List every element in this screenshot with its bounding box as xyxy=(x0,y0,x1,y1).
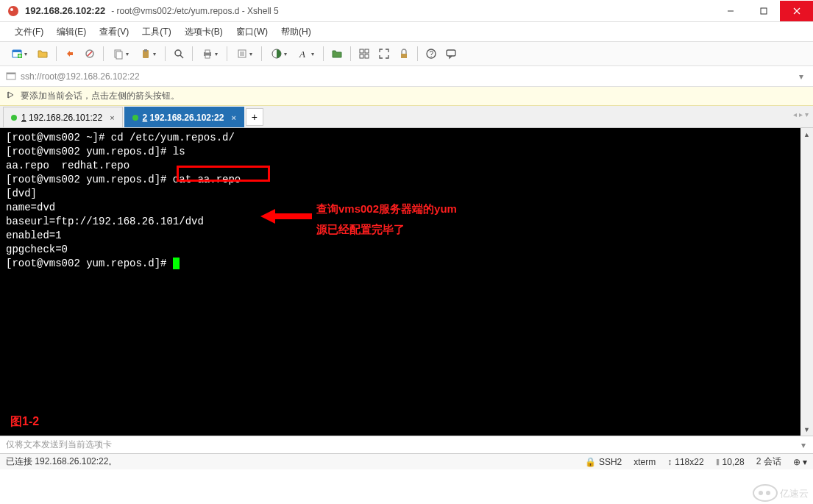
session-tab-2[interactable]: 2 192.168.26.102:22 × xyxy=(124,107,244,127)
terminal-line: gpgcheck=0 xyxy=(6,243,807,257)
terminal-line: [root@vms002 yum.repos.d]# cat aa.repo xyxy=(6,173,807,187)
session-icon xyxy=(6,71,16,82)
terminal[interactable]: [root@vms002 ~]# cd /etc/yum.repos.d/ [r… xyxy=(0,128,813,436)
svg-rect-31 xyxy=(365,54,369,58)
reconnect-button[interactable] xyxy=(60,44,79,63)
tab-close-icon[interactable]: × xyxy=(110,113,114,122)
hint-arrow-icon[interactable] xyxy=(6,90,16,102)
svg-rect-3 xyxy=(761,8,767,14)
open-session-button[interactable] xyxy=(33,44,52,63)
send-target-dropdown[interactable]: ▾ xyxy=(801,440,806,450)
send-target-bar[interactable]: 仅将文本发送到当前选项卡 ▾ xyxy=(0,436,813,453)
status-dot-icon xyxy=(11,115,17,121)
status-ssh: 🔒SSH2 xyxy=(585,457,622,467)
svg-point-41 xyxy=(759,491,763,495)
feedback-button[interactable] xyxy=(441,44,461,63)
svg-line-18 xyxy=(180,55,183,58)
hint-bar: 要添加当前会话，点击左侧的箭头按钮。 xyxy=(0,87,813,106)
xftp-button[interactable] xyxy=(327,44,347,63)
status-sessions: 2 会话 xyxy=(756,455,781,468)
menu-view[interactable]: 查看(V) xyxy=(93,23,135,41)
status-bar: 已连接 192.168.26.102:22。 🔒SSH2 xterm ↕ 118… xyxy=(0,453,813,469)
terminal-line: [root@vms002 yum.repos.d]# ls xyxy=(6,145,807,159)
tab-scroll-arrows[interactable]: ◂ ▸ ▾ xyxy=(793,110,809,118)
svg-rect-28 xyxy=(360,49,363,53)
toolbar: ▾ ▾ ▾ ▾ ▾ ▾ A▾ ? xyxy=(0,41,813,66)
svg-rect-20 xyxy=(205,50,210,53)
app-icon xyxy=(7,5,19,17)
tile-button[interactable] xyxy=(355,44,374,63)
svg-text:?: ? xyxy=(430,50,434,58)
terminal-line: enabled=1 xyxy=(6,229,807,243)
svg-rect-37 xyxy=(7,73,15,74)
terminal-line: aa.repo redhat.repo xyxy=(6,159,807,173)
close-button[interactable] xyxy=(780,1,813,21)
lock-button[interactable] xyxy=(394,44,413,63)
window-controls xyxy=(714,1,813,21)
menu-tab[interactable]: 选项卡(B) xyxy=(179,23,229,41)
fullscreen-button[interactable] xyxy=(374,44,394,63)
menu-tools[interactable]: 工具(T) xyxy=(136,23,177,41)
minimize-button[interactable] xyxy=(714,1,747,21)
svg-rect-7 xyxy=(13,50,21,52)
title-bar: 192.168.26.102:22 - root@vms002:/etc/yum… xyxy=(0,0,813,22)
font-button[interactable]: A▾ xyxy=(293,44,319,63)
tab-close-icon[interactable]: × xyxy=(231,113,235,122)
window-title-path: - root@vms002:/etc/yum.repos.d - Xshell … xyxy=(111,6,279,16)
new-session-button[interactable]: ▾ xyxy=(6,44,32,63)
disconnect-button[interactable] xyxy=(80,44,99,63)
svg-rect-32 xyxy=(401,54,407,58)
scroll-down-button[interactable]: ▼ xyxy=(800,423,813,436)
print-button[interactable]: ▾ xyxy=(196,44,223,63)
session-tab-1[interactable]: 1 192.168.26.101:22 × xyxy=(3,107,123,127)
hint-text: 要添加当前会话，点击左侧的箭头按钮。 xyxy=(21,90,180,102)
svg-rect-35 xyxy=(447,50,455,56)
terminal-line: name=dvd xyxy=(6,201,807,215)
maximize-button[interactable] xyxy=(747,1,780,21)
status-term: xterm xyxy=(633,457,656,467)
window-title-ip: 192.168.26.102:22 xyxy=(25,5,105,16)
scroll-track[interactable] xyxy=(800,141,813,423)
svg-rect-30 xyxy=(360,54,363,58)
svg-rect-29 xyxy=(365,49,369,53)
lock-icon: 🔒 xyxy=(585,457,596,467)
terminal-line: baseurl=ftp://192.168.26.101/dvd xyxy=(6,215,807,229)
address-dropdown[interactable]: ▾ xyxy=(795,71,807,82)
status-connected: 已连接 192.168.26.102:22。 xyxy=(6,455,117,468)
copy-button[interactable]: ▾ xyxy=(107,44,134,63)
menu-help[interactable]: 帮助(H) xyxy=(275,23,317,41)
menu-file[interactable]: 文件(F) xyxy=(9,23,49,41)
menu-bar: 文件(F) 编辑(E) 查看(V) 工具(T) 选项卡(B) 窗口(W) 帮助(… xyxy=(0,22,813,41)
search-button[interactable] xyxy=(169,44,188,63)
watermark: 亿速云 xyxy=(752,480,813,504)
paste-button[interactable]: ▾ xyxy=(135,44,161,63)
svg-line-12 xyxy=(88,52,92,56)
tab-bar: 1 192.168.26.101:22 × 2 192.168.26.102:2… xyxy=(0,106,813,128)
svg-rect-16 xyxy=(144,49,147,52)
address-url[interactable]: ssh://root@192.168.26.102:22 xyxy=(21,71,791,82)
svg-rect-14 xyxy=(116,52,122,59)
scroll-up-button[interactable]: ▲ xyxy=(800,128,813,141)
figure-label: 图1-2 xyxy=(10,414,39,428)
terminal-line: [dvd] xyxy=(6,187,807,201)
send-target-text: 仅将文本发送到当前选项卡 xyxy=(6,439,112,451)
status-dot-icon xyxy=(132,115,138,121)
properties-button[interactable]: ▾ xyxy=(231,44,258,63)
svg-point-0 xyxy=(8,6,18,16)
svg-point-40 xyxy=(753,485,777,501)
status-size: ↕ 118x22 xyxy=(667,457,703,467)
menu-window[interactable]: 窗口(W) xyxy=(230,23,274,41)
terminal-scrollbar[interactable]: ▲ ▼ xyxy=(800,128,813,436)
cursor xyxy=(173,258,180,269)
svg-text:亿速云: 亿速云 xyxy=(779,488,809,499)
terminal-line: [root@vms002 yum.repos.d]# xyxy=(6,257,807,271)
terminal-line: [root@vms002 ~]# cd /etc/yum.repos.d/ xyxy=(6,131,807,145)
help-button[interactable]: ? xyxy=(422,44,441,63)
svg-point-42 xyxy=(766,491,770,495)
address-bar: ssh://root@192.168.26.102:22 ▾ xyxy=(0,66,813,87)
svg-point-17 xyxy=(175,50,181,56)
menu-edit[interactable]: 编辑(E) xyxy=(51,23,92,41)
color-scheme-button[interactable]: ▾ xyxy=(266,44,292,63)
add-tab-button[interactable]: + xyxy=(246,108,263,126)
status-overflow[interactable]: ⊕ ▾ xyxy=(793,457,807,467)
